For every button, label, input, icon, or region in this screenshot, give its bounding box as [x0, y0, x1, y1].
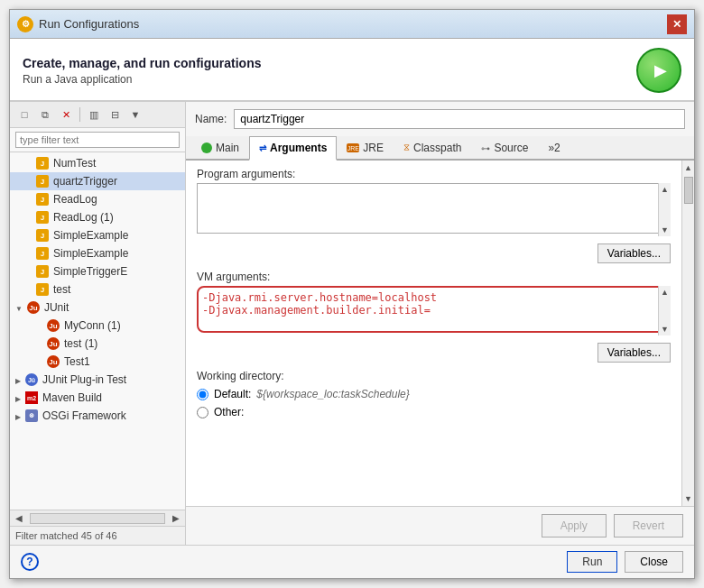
copy-config-button[interactable]: ⧉	[36, 106, 54, 124]
program-args-textarea[interactable]	[197, 183, 671, 234]
revert-button[interactable]: Revert	[614, 514, 683, 537]
apply-button[interactable]: Apply	[542, 514, 607, 537]
name-input[interactable]	[234, 109, 685, 129]
java-icon: J	[35, 228, 50, 243]
scroll-left-icon[interactable]: ◀	[12, 512, 26, 524]
filter-button[interactable]: ▥	[85, 106, 103, 124]
cp-tab-icon: ⧖	[403, 142, 410, 153]
java-icon: J	[35, 264, 50, 279]
tab-arguments-label: Arguments	[270, 142, 327, 154]
variables-row-1: Variables...	[197, 243, 671, 263]
list-item[interactable]: J test	[10, 280, 185, 299]
sidebar: □ ⧉ ✕ ▥ ⊟ ▼ J NumTest J quartzTrigger	[10, 102, 186, 545]
right-panel-inner: Name: Main ⇌ Arguments JRE JRE	[186, 102, 694, 545]
list-item[interactable]: Ju MyConn (1)	[10, 317, 185, 335]
scroll-up-icon[interactable]: ▲	[659, 286, 671, 299]
title-bar-left: ⚙ Run Configurations	[17, 16, 139, 32]
variables-button-2[interactable]: Variables...	[597, 343, 671, 363]
main-scroll-down-icon[interactable]: ▼	[681, 492, 694, 506]
header-section: Create, manage, and run configurations R…	[10, 39, 694, 101]
tab-jre[interactable]: JRE JRE	[337, 136, 394, 159]
run-button-header[interactable]	[636, 48, 681, 93]
java-icon: J	[35, 174, 50, 188]
vm-args-textarea[interactable]: -Djava.rmi.server.hostname=localhost -Dj…	[197, 286, 671, 333]
default-radio-row: Default: ${workspace_loc:taskSchedule}	[197, 385, 671, 403]
title-bar: ⚙ Run Configurations ✕	[10, 10, 694, 39]
list-item[interactable]: J NumTest	[10, 154, 185, 172]
run-configurations-dialog: ⚙ Run Configurations ✕ Create, manage, a…	[9, 9, 695, 579]
list-item[interactable]: J SimpleTriggerE	[10, 262, 185, 280]
junit-icon: Ju	[46, 354, 60, 369]
default-radio-input[interactable]	[197, 389, 208, 400]
list-item[interactable]: Ju Test1	[10, 353, 185, 371]
tab-arguments[interactable]: ⇌ Arguments	[249, 136, 337, 161]
program-args-scrollbar: ▲ ▼	[658, 183, 671, 236]
tab-classpath-label: Classpath	[413, 142, 461, 154]
java-icon: J	[35, 192, 50, 207]
dropdown-button[interactable]: ▼	[126, 106, 144, 124]
sidebar-item-junit-plugin-group[interactable]: Jü JUnit Plug-in Test	[10, 371, 185, 389]
default-dir-value: ${workspace_loc:taskSchedule}	[256, 388, 409, 400]
java-icon: J	[35, 282, 50, 297]
list-item[interactable]: J SimpleExample	[10, 226, 185, 244]
list-item[interactable]: J SimpleExample	[10, 244, 185, 262]
new-config-button[interactable]: □	[15, 106, 33, 124]
sidebar-filter-area	[10, 128, 185, 152]
scroll-thumb[interactable]	[684, 177, 693, 204]
program-args-section: Program arguments: ▲ ▼	[197, 168, 671, 236]
list-item[interactable]: Ju test (1)	[10, 335, 185, 353]
tab-main[interactable]: Main	[191, 136, 249, 159]
close-button[interactable]: Close	[625, 551, 683, 573]
java-icon: J	[35, 156, 50, 170]
variables-button-1[interactable]: Variables...	[597, 243, 671, 263]
collapse-button[interactable]: ⊟	[106, 106, 124, 124]
footer-bar: ? Run Close	[10, 545, 694, 578]
junit-group-icon: Ju	[26, 300, 41, 315]
variables-row-2: Variables...	[197, 343, 671, 363]
scroll-down-icon[interactable]: ▼	[659, 224, 671, 236]
delete-config-button[interactable]: ✕	[57, 106, 75, 124]
sidebar-tree: J NumTest J quartzTrigger J ReadLog J Re…	[10, 152, 185, 510]
tab-more-label: »2	[548, 142, 560, 154]
list-item[interactable]: J ReadLog	[10, 190, 185, 208]
vm-args-section: VM arguments: -Djava.rmi.server.hostname…	[197, 271, 671, 335]
scroll-right-icon[interactable]: ▶	[169, 512, 183, 524]
run-button[interactable]: Run	[567, 551, 617, 573]
scroll-down-icon[interactable]: ▼	[659, 323, 671, 335]
tab-more[interactable]: »2	[538, 136, 570, 159]
java-icon: J	[35, 246, 50, 261]
sidebar-item-maven-group[interactable]: m2 Maven Build	[10, 389, 185, 407]
filter-input[interactable]	[15, 132, 180, 148]
scroll-up-icon[interactable]: ▲	[659, 183, 671, 196]
sidebar-toolbar: □ ⧉ ✕ ▥ ⊟ ▼	[10, 102, 185, 128]
expand-arrow-icon	[15, 373, 24, 386]
sidebar-item-osgi-group[interactable]: ⊛ OSGi Framework	[10, 407, 185, 425]
main-tab-icon	[201, 142, 212, 153]
tab-source[interactable]: ⊶ Source	[471, 136, 538, 159]
working-dir-label: Working directory:	[197, 370, 671, 382]
osgi-icon: ⊛	[24, 409, 39, 423]
main-scroll-up-icon[interactable]: ▲	[681, 161, 694, 175]
junit-icon: Ju	[46, 336, 60, 351]
app-icon: ⚙	[17, 16, 33, 32]
name-row: Name:	[186, 102, 694, 136]
working-dir-section: Working directory: Default: ${workspace_…	[197, 370, 671, 421]
list-item[interactable]: J ReadLog (1)	[10, 208, 185, 226]
other-radio-label[interactable]: Other:	[214, 406, 244, 418]
toolbar-separator-1	[79, 107, 80, 122]
tab-classpath[interactable]: ⧖ Classpath	[394, 136, 471, 159]
other-radio-input[interactable]	[197, 407, 208, 418]
help-icon[interactable]: ?	[21, 553, 39, 571]
main-content: □ ⧉ ✕ ▥ ⊟ ▼ J NumTest J quartzTrigger	[10, 101, 694, 545]
close-window-button[interactable]: ✕	[667, 14, 687, 34]
vm-args-container: -Djava.rmi.server.hostname=localhost -Dj…	[197, 286, 671, 335]
default-radio-label[interactable]: Default:	[214, 388, 251, 400]
sidebar-item-junit-group[interactable]: Ju JUnit	[10, 299, 185, 317]
expand-arrow-icon	[15, 391, 24, 404]
filter-count: Filter matched 45 of 46	[10, 526, 185, 545]
tabs-bar: Main ⇌ Arguments JRE JRE ⧖ Classpath	[186, 136, 694, 161]
list-item[interactable]: J quartzTrigger	[10, 172, 185, 190]
name-label: Name:	[195, 113, 227, 125]
tab-main-label: Main	[216, 142, 239, 154]
vm-args-label: VM arguments:	[197, 271, 671, 283]
